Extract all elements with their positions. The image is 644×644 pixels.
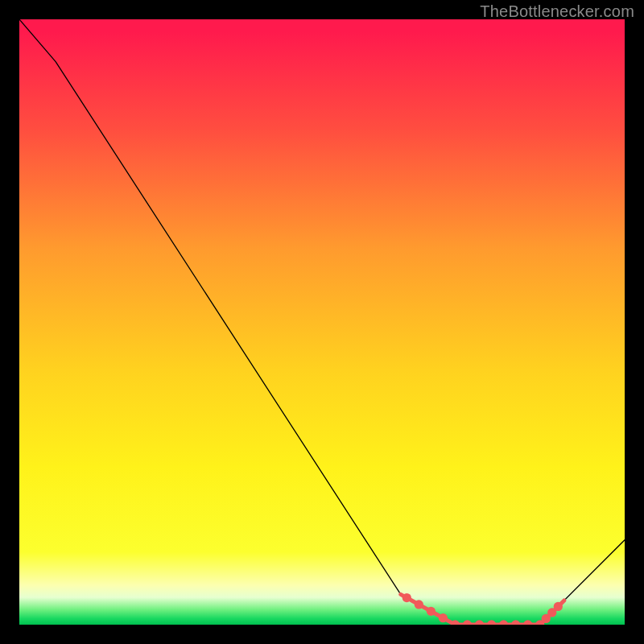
attribution-label: TheBottlenecker.com — [480, 2, 634, 21]
optimal-point — [427, 607, 436, 616]
optimal-point — [415, 600, 423, 609]
optimal-point — [439, 613, 448, 622]
bottleneck-chart — [19, 19, 625, 625]
chart-container: TheBottlenecker.com — [0, 0, 644, 644]
chart-background — [19, 19, 625, 625]
optimal-point — [402, 593, 411, 602]
optimal-point — [554, 602, 563, 611]
